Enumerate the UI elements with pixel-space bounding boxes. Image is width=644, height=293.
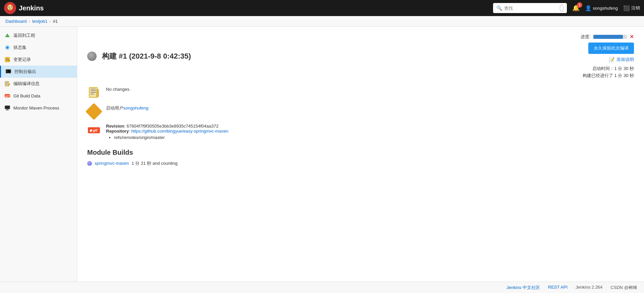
- add-desc-row: 📝 添加说明: [609, 57, 634, 63]
- search-box[interactable]: 🔍 ?: [493, 3, 567, 13]
- footer-attribution: CSDN @树峰: [610, 285, 637, 291]
- sidebar-item-edit-build-info[interactable]: 编辑编译信息: [0, 78, 77, 90]
- no-changes-row: No changes.: [87, 86, 634, 99]
- add-desc-link[interactable]: 添加说明: [616, 57, 634, 63]
- revision-line: Revision: 67604f7f9f30505e3bb3e8935c7451…: [106, 124, 228, 129]
- svg-rect-31: [91, 94, 94, 94]
- svg-point-2: [9, 7, 10, 8]
- logout-button[interactable]: ⬛ 注销: [623, 5, 640, 11]
- breadcrumb-sep-1: ›: [29, 19, 30, 24]
- footer: Jenkins 中文社区 REST API Jenkins 2.264 CSDN…: [0, 282, 644, 293]
- breadcrumb-sep-2: ›: [50, 19, 51, 24]
- logo: Jenkins: [4, 2, 44, 14]
- arrow-up-icon: [4, 32, 11, 39]
- svg-rect-26: [6, 110, 9, 111]
- keep-build-button[interactable]: 永久保留此次编译: [588, 43, 634, 54]
- sidebar: 返回到工程 状态集 变更记录: [0, 27, 77, 282]
- build-header: 构建 #1 (2021-9-8 0:42:35) 进度: ✕ 永久保留此次编译 …: [87, 33, 634, 79]
- svg-text:◆ git: ◆ git: [89, 128, 98, 132]
- svg-marker-19: [9, 83, 10, 85]
- build-actions: 进度: ✕ 永久保留此次编译 📝 添加说明 启动时间：1 分 30 秒 构建已经…: [581, 33, 634, 79]
- main-layout: 返回到工程 状态集 变更记录: [0, 27, 644, 282]
- time-info: 启动时间：1 分 30 秒 构建已经进行了 1 分 30 秒: [583, 65, 634, 79]
- progress-label: 进度:: [581, 34, 591, 40]
- svg-point-6: [6, 46, 9, 49]
- git-icon-box: ◆ git: [87, 124, 101, 137]
- trigger-icon-wrap: [87, 105, 101, 118]
- logout-icon: ⬛: [623, 5, 630, 11]
- console-icon: >_: [5, 68, 12, 75]
- module-item: springmvc-maven 1 分 21 秒 and counting: [87, 160, 634, 166]
- branch-list: refs/remotes/origin/master: [114, 135, 228, 140]
- svg-line-20: [9, 85, 9, 86]
- progress-bar-fill: [593, 35, 623, 39]
- breadcrumb-dashboard[interactable]: Dashboard: [5, 19, 27, 24]
- status-icon: [4, 44, 11, 51]
- user-icon: 👤: [585, 5, 592, 11]
- desc-edit-icon: 📝: [609, 57, 614, 62]
- search-icon: 🔍: [496, 5, 502, 11]
- jenkins-icon: [4, 2, 16, 14]
- repository-link[interactable]: https://github.com/bingyue/easy-springmv…: [131, 129, 228, 134]
- sidebar-item-status-set[interactable]: 状态集: [0, 42, 77, 54]
- triggered-by-text: 启动用户songshufeng: [106, 105, 148, 112]
- sidebar-item-git-build-data[interactable]: git Git Build Data: [0, 90, 77, 102]
- module-builds-title: Module Builds: [87, 149, 634, 156]
- breadcrumb: Dashboard › testjob1 › #1: [0, 16, 644, 27]
- sidebar-label-console: 控制台输出: [14, 69, 36, 75]
- sidebar-item-console-output[interactable]: >_ 控制台输出: [0, 66, 77, 78]
- build-title: 构建 #1 (2021-9-8 0:42:35): [102, 51, 191, 61]
- breadcrumb-testjob1[interactable]: testjob1: [32, 19, 48, 24]
- svg-rect-28: [91, 89, 96, 89]
- notebook-icon: [87, 86, 101, 99]
- sidebar-label-status: 状态集: [13, 45, 26, 51]
- breadcrumb-build-num: #1: [53, 19, 58, 24]
- user-trigger-icon: [86, 103, 103, 120]
- svg-rect-24: [5, 106, 9, 108]
- progress-bar-wrap: [593, 35, 627, 39]
- elapsed-time: 构建已经进行了 1 分 30 秒: [583, 72, 634, 79]
- main-content: 构建 #1 (2021-9-8 0:42:35) 进度: ✕ 永久保留此次编译 …: [77, 27, 644, 282]
- svg-marker-4: [5, 33, 10, 37]
- svg-rect-30: [91, 92, 96, 93]
- no-changes-text: No changes.: [106, 86, 130, 93]
- username-label: songshufeng: [593, 6, 618, 11]
- sidebar-label-back: 返回到工程: [13, 32, 35, 39]
- triggered-user-link[interactable]: songshufeng: [123, 105, 148, 111]
- sidebar-item-change-log[interactable]: 变更记录: [0, 54, 77, 66]
- sidebar-label-git: Git Build Data: [13, 93, 40, 98]
- log-icon: [4, 56, 11, 63]
- footer-rest-api[interactable]: REST API: [548, 285, 568, 291]
- svg-text:>_: >_: [7, 70, 9, 73]
- svg-text:git: git: [5, 95, 10, 97]
- git-revision-row: ◆ git Revision: 67604f7f9f30505e3bb3e893…: [87, 124, 634, 141]
- repository-line: Repository: https://github.com/bingyue/e…: [106, 129, 228, 134]
- start-time: 启动时间：1 分 30 秒: [583, 65, 634, 72]
- sidebar-label-monitor: Monitor Maven Process: [13, 105, 59, 111]
- search-input[interactable]: [504, 6, 558, 11]
- user-info[interactable]: 👤 songshufeng: [585, 5, 618, 11]
- sidebar-item-back-to-project[interactable]: 返回到工程: [0, 29, 77, 42]
- triggered-by-row: 启动用户songshufeng: [87, 105, 634, 118]
- notification-badge: 3: [577, 2, 582, 8]
- logout-label: 注销: [631, 5, 640, 11]
- monitor-icon: [4, 104, 11, 111]
- footer-community[interactable]: Jenkins 中文社区: [506, 285, 540, 291]
- svg-rect-29: [91, 90, 96, 91]
- build-status-ball: [87, 52, 97, 61]
- module-status-ball: [87, 161, 92, 166]
- git-sidebar-icon: git: [4, 92, 11, 99]
- module-link[interactable]: springmvc-maven: [95, 161, 129, 166]
- progress-cancel-icon[interactable]: ✕: [630, 33, 634, 40]
- sidebar-item-monitor-maven[interactable]: Monitor Maven Process: [0, 102, 77, 114]
- svg-point-3: [11, 7, 12, 8]
- progress-row: 进度: ✕: [581, 33, 634, 40]
- edit-icon: [4, 80, 11, 87]
- notification-bell[interactable]: 🔔 3: [572, 4, 580, 12]
- revision-info: Revision: 67604f7f9f30505e3bb3e8935c7451…: [106, 124, 228, 141]
- header: Jenkins 🔍 ? 🔔 3 👤 songshufeng ⬛ 注销: [0, 0, 644, 16]
- help-icon[interactable]: ?: [560, 4, 564, 12]
- sidebar-label-changelog: 变更记录: [13, 57, 31, 63]
- logo-text: Jenkins: [19, 4, 44, 12]
- branch-item: refs/remotes/origin/master: [114, 135, 228, 140]
